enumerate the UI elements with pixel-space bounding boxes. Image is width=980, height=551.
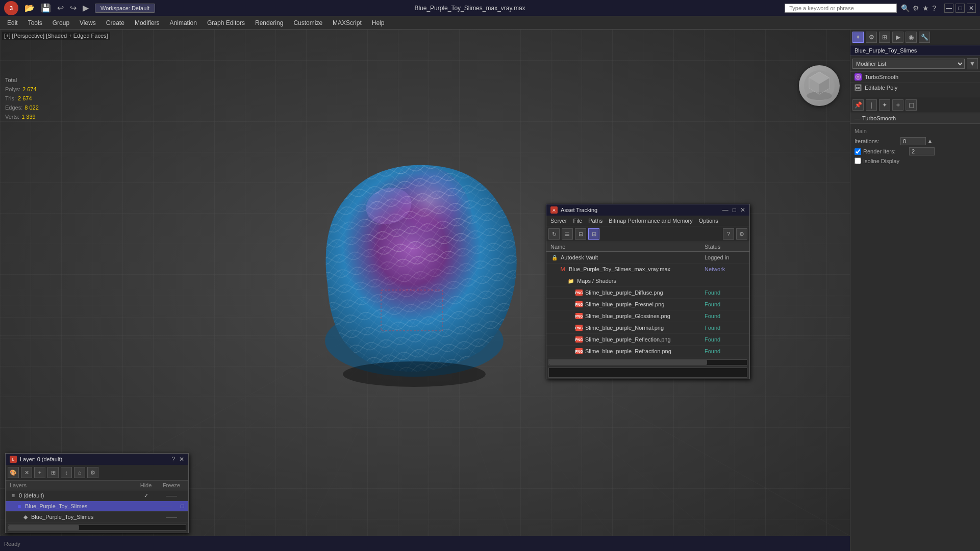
layer-delete-btn[interactable]: ✕ — [21, 467, 32, 478]
asset-list-btn[interactable]: ☰ — [562, 228, 573, 240]
star-icon[interactable]: ★ — [922, 4, 929, 12]
layer-material-btn[interactable]: 🎨 — [8, 467, 19, 478]
asset-settings-btn[interactable]: ⚙ — [736, 228, 747, 240]
modifier-list-menu[interactable]: ▼ — [967, 58, 978, 69]
open-icon[interactable]: 📂 — [22, 2, 37, 14]
asset-row-fresnel[interactable]: PNG Slime_blue_purple_Fresnel.png Found — [546, 299, 749, 310]
maximize-button[interactable]: □ — [956, 4, 965, 13]
asset-menu-paths[interactable]: Paths — [588, 218, 602, 224]
layer-row-default[interactable]: ≡ 0 (default) ✓ —— — [6, 490, 188, 501]
edge-icon[interactable]: ⌗ — [892, 99, 903, 111]
col-hide-label: Hide — [133, 482, 159, 488]
asset-row-max-file[interactable]: M Blue_Purple_Toy_Slimes_max_vray.max Ne… — [546, 264, 749, 275]
motion-icon[interactable]: ▶ — [892, 32, 903, 43]
render-iters-input[interactable] — [909, 147, 935, 155]
asset-row-vault[interactable]: 🔒 Autodesk Vault Logged in — [546, 252, 749, 264]
asset-row-reflection[interactable]: PNG Slime_blue_purple_Reflection.png Fou… — [546, 334, 749, 346]
menu-tools[interactable]: Tools — [23, 18, 47, 28]
asset-status-glossines: Found — [705, 313, 745, 319]
editable-poly-icon: EP — [855, 84, 862, 91]
minimize-button[interactable]: — — [944, 4, 953, 13]
asset-row-glossines[interactable]: PNG Slime_blue_purple_Glossines.png Foun… — [546, 310, 749, 322]
close-button[interactable]: ✕ — [967, 4, 976, 13]
menu-modifiers[interactable]: Modifiers — [130, 18, 165, 28]
layer-move-btn[interactable]: ↕ — [61, 467, 72, 478]
edit-normal-icon[interactable]: | — [866, 99, 877, 111]
menu-group[interactable]: Group — [47, 18, 74, 28]
settings-icon[interactable]: ⚙ — [913, 4, 919, 12]
search-input[interactable] — [785, 4, 897, 13]
pin-icon[interactable]: 📌 — [852, 99, 864, 111]
asset-row-refraction[interactable]: PNG Slime_blue_purple_Refraction.png Fou… — [546, 346, 749, 357]
workspace-button[interactable]: Workspace: Default — [95, 4, 155, 13]
asset-close-btn[interactable]: ✕ — [740, 206, 745, 214]
layer-panel-titlebar: L Layer: 0 (default) ? ✕ — [6, 454, 188, 465]
layer-highlight-btn[interactable]: ⌂ — [74, 467, 85, 478]
display-icon[interactable]: ◉ — [906, 32, 917, 43]
modify-panel-icon[interactable]: ⚙ — [866, 32, 877, 43]
layer-close-btn[interactable]: ✕ — [179, 456, 184, 463]
asset-name-maps: Maps / Shaders — [577, 278, 705, 284]
asset-row-diffuse[interactable]: PNG Slime_blue_purple_Diffuse.png Found — [546, 287, 749, 299]
asset-menu-bitmap[interactable]: Bitmap Performance and Memory — [609, 218, 692, 224]
iterations-input[interactable] — [900, 137, 926, 145]
asset-menu-file[interactable]: File — [573, 218, 582, 224]
hierarchy-icon[interactable]: ⊞ — [879, 32, 890, 43]
menu-help[interactable]: Help — [367, 18, 390, 28]
menu-rendering[interactable]: Rendering — [250, 18, 288, 28]
save-icon[interactable]: 💾 — [39, 2, 53, 14]
modifier-list-select[interactable]: Modifier List — [852, 59, 965, 69]
asset-refresh-btn[interactable]: ↻ — [548, 228, 560, 240]
menu-edit[interactable]: Edit — [2, 18, 23, 28]
menu-graph-editors[interactable]: Graph Editors — [202, 18, 250, 28]
help-icon[interactable]: ? — [932, 4, 936, 12]
asset-input-row[interactable] — [548, 368, 747, 378]
asset-minimize-btn[interactable]: — — [722, 206, 728, 214]
render-iters-checkbox[interactable] — [855, 148, 861, 155]
menu-animation[interactable]: Animation — [165, 18, 202, 28]
modifier-turbosmooth[interactable]: T TurboSmooth — [850, 72, 980, 83]
render-icon[interactable]: ▶ — [81, 2, 91, 14]
asset-table-btn[interactable]: ⊞ — [588, 228, 599, 240]
editable-poly-label: Editable Poly — [865, 85, 897, 91]
turbosmooth-label: TurboSmooth — [865, 74, 898, 80]
asset-maximize-btn[interactable]: □ — [733, 206, 736, 214]
layer-scrollbar[interactable] — [8, 524, 186, 531]
collapse-icon[interactable]: — — [855, 115, 860, 121]
asset-scrollbar-h[interactable] — [548, 359, 747, 365]
polygon-icon[interactable]: ▢ — [906, 99, 917, 111]
asset-menu-server[interactable]: Server — [550, 218, 567, 224]
layer-row-blue-purple[interactable]: ≡ Blue_Purple_Toy_Slimes —— □ — [6, 501, 188, 512]
menu-views[interactable]: Views — [74, 18, 101, 28]
utilities-icon[interactable]: 🔧 — [919, 32, 930, 43]
layer-settings-btn[interactable]: ⚙ — [87, 467, 98, 478]
create-panel-icon[interactable]: ✦ — [852, 32, 864, 43]
asset-help-btn[interactable]: ? — [723, 228, 734, 240]
menu-create[interactable]: Create — [101, 18, 130, 28]
window-controls: — □ ✕ — [944, 4, 976, 13]
redo-icon[interactable]: ↪ — [68, 2, 79, 14]
vertex-icon[interactable]: ✦ — [879, 99, 890, 111]
layer-select-obj-btn[interactable]: ⊞ — [47, 467, 59, 478]
asset-strip-btn[interactable]: ⊟ — [575, 228, 586, 240]
isoline-checkbox[interactable] — [855, 158, 861, 164]
right-panel: ✦ ⚙ ⊞ ▶ ◉ 🔧 Blue_Purple_Toy_Slimes Modif… — [850, 30, 980, 551]
layer-add-btn[interactable]: + — [34, 467, 45, 478]
menu-maxscript[interactable]: MAXScript — [328, 18, 367, 28]
layer-help-btn[interactable]: ? — [171, 456, 175, 463]
layer-row-blue-purple-obj[interactable]: ◆ Blue_Purple_Toy_Slimes —— — [6, 512, 188, 522]
layer-panel: L Layer: 0 (default) ? ✕ 🎨 ✕ + ⊞ ↕ ⌂ ⚙ L… — [5, 453, 189, 533]
panel-tools-row: 📌 | ✦ ⌗ ▢ — [850, 97, 980, 113]
iterations-spinner-up[interactable]: ▲ — [927, 138, 933, 145]
modifier-editable-poly[interactable]: EP Editable Poly — [850, 83, 980, 93]
search-action-icon[interactable]: 🔍 — [901, 4, 910, 12]
asset-row-maps[interactable]: 📁 Maps / Shaders — [546, 275, 749, 287]
render-iters-label: Render Iters: — [863, 148, 909, 154]
object-name-header: Blue_Purple_Toy_Slimes — [850, 45, 980, 56]
svg-text:EP: EP — [856, 87, 860, 90]
asset-row-normal[interactable]: PNG Slime_blue_purple_Normal.png Found — [546, 322, 749, 334]
nav-cube[interactable] — [799, 65, 840, 106]
menu-customize[interactable]: Customize — [288, 18, 328, 28]
asset-menu-options[interactable]: Options — [699, 218, 718, 224]
undo-icon[interactable]: ↩ — [55, 2, 66, 14]
